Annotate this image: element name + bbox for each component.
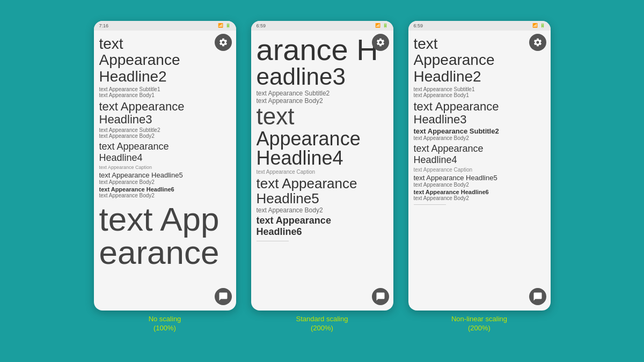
text-large-1: text Appearance xyxy=(99,203,231,269)
status-time-1: 7:16 xyxy=(99,23,109,28)
message-button-1[interactable] xyxy=(215,288,232,305)
phone-3: 6:59 📶 🔋 textAppearanceHeadline2 text Ap… xyxy=(408,21,551,311)
text-h3-1: text AppearanceHeadline3 xyxy=(99,100,231,126)
battery-icon-2: 🔋 xyxy=(383,23,388,28)
text-caption-3: text Appearance Caption xyxy=(414,167,545,173)
text-h6-3: text Appearance Headline6 xyxy=(414,189,545,195)
battery-icon-1: 🔋 xyxy=(225,23,231,28)
message-button-2[interactable] xyxy=(372,288,389,305)
phone-content-3: textAppearanceHeadline2 text Appearance … xyxy=(408,31,551,311)
message-icon-1 xyxy=(218,292,228,301)
phone-content-2: arance H eadline3 text Appearance Subtit… xyxy=(251,31,393,311)
text-subtitle2-3: text Appearance Subtitle2 xyxy=(414,127,545,135)
phones-container: 7:16 📶 🔋 textAppearanceHeadline2 text Ap… xyxy=(94,21,551,333)
text-h5-1: text Appearance Headline5 xyxy=(99,171,231,179)
phone-content-inner-1: textAppearanceHeadline2 text Appearance … xyxy=(99,35,231,306)
message-icon-3 xyxy=(533,292,543,301)
message-button-3[interactable] xyxy=(529,288,546,305)
text-body2-1: text Appearance Body2 xyxy=(99,133,231,139)
text-body2b-3: text Appearance Body2 xyxy=(414,182,545,188)
phone-1-wrapper: 7:16 📶 🔋 textAppearanceHeadline2 text Ap… xyxy=(94,21,236,333)
text-body2c-1: text Appearance Body2 xyxy=(99,193,231,198)
text-subtitle1-1: text Appearance Subtitle1 xyxy=(99,86,231,92)
gear-icon-3 xyxy=(533,38,543,47)
text-body2c-3: text Appearance Body2 xyxy=(414,195,545,201)
text-subtitle1-3: text Appearance Subtitle1 xyxy=(414,86,545,92)
text-subtitle2-2: text Appearance Subtitle2 xyxy=(257,90,388,97)
message-icon-2 xyxy=(376,292,385,301)
caption-label-1: No scaling(100%) xyxy=(149,315,181,333)
phone-content-1: textAppearanceHeadline2 text Appearance … xyxy=(94,31,236,311)
wifi-icon-2: 📶 xyxy=(375,23,380,28)
wifi-icon-3: 📶 xyxy=(532,23,538,28)
phone-2-wrapper: 6:59 📶 🔋 arance H eadline3 text Appearan… xyxy=(251,21,393,333)
gear-button-3[interactable] xyxy=(529,34,546,51)
gear-button-1[interactable] xyxy=(215,34,232,51)
text-h6-1: text Appearance Headline6 xyxy=(99,186,231,193)
text-subtitle2-1: text Appearance Subtitle2 xyxy=(99,127,231,133)
text-h4-3: text AppearanceHeadline4 xyxy=(414,143,545,166)
divider-2 xyxy=(257,241,289,241)
caption-label-3: Non-linear scaling(200%) xyxy=(451,315,507,333)
phone-content-inner-2: arance H eadline3 text Appearance Subtit… xyxy=(257,35,388,306)
text-body2b-1: text Appearance Body2 xyxy=(99,179,231,185)
text-h6-2: text AppearanceHeadline6 xyxy=(257,215,388,238)
phone-3-wrapper: 6:59 📶 🔋 textAppearanceHeadline2 text Ap… xyxy=(408,21,551,333)
text-h3-3: text AppearanceHeadline3 xyxy=(414,100,545,126)
phone-2: 6:59 📶 🔋 arance H eadline3 text Appearan… xyxy=(251,21,393,311)
divider-3 xyxy=(414,204,446,205)
gear-button-2[interactable] xyxy=(372,34,389,51)
gear-icon-2 xyxy=(376,38,385,47)
status-bar-2: 6:59 📶 🔋 xyxy=(251,21,393,31)
battery-icon-3: 🔋 xyxy=(540,23,545,28)
text-h4-1: text AppearanceHeadline4 xyxy=(99,141,231,164)
status-bar-1: 7:16 📶 🔋 xyxy=(94,21,236,31)
status-bar-3: 6:59 📶 🔋 xyxy=(408,21,551,31)
text-body2b-2: text Appearance Body2 xyxy=(257,206,388,214)
text-h3-2: eadline3 xyxy=(257,65,388,88)
text-caption-1: text Appearance Caption xyxy=(99,165,231,170)
phone-content-inner-3: textAppearanceHeadline2 text Appearance … xyxy=(414,35,545,306)
status-time-2: 6:59 xyxy=(257,23,266,28)
text-h2-3: textAppearanceHeadline2 xyxy=(414,36,545,85)
status-time-3: 6:59 xyxy=(414,23,423,28)
text-h4-2: AppearanceHeadline4 xyxy=(257,129,388,168)
status-icons-3: 📶 🔋 xyxy=(532,23,545,28)
caption-label-2: Standard scaling(200%) xyxy=(296,315,348,333)
wifi-icon-1: 📶 xyxy=(218,23,223,28)
text-h5-3: text Appearance Headline5 xyxy=(414,174,545,182)
text-body2-3: text Appearance Body2 xyxy=(414,135,545,141)
text-body1-3: text Appearance Body1 xyxy=(414,92,545,98)
text-text-2: text xyxy=(257,105,388,128)
gear-icon-1 xyxy=(218,38,228,47)
text-h2-2: arance H xyxy=(257,35,388,65)
text-h2-label-1: textAppearanceHeadline2 xyxy=(99,36,231,85)
status-icons-1: 📶 🔋 xyxy=(218,23,231,28)
phone-1: 7:16 📶 🔋 textAppearanceHeadline2 text Ap… xyxy=(94,21,236,311)
text-h5-2: text AppearanceHeadline5 xyxy=(257,176,388,206)
status-icons-2: 📶 🔋 xyxy=(375,23,388,28)
text-caption-2: text Appearance Caption xyxy=(257,169,388,175)
text-body1-1: text Appearance Body1 xyxy=(99,92,231,98)
